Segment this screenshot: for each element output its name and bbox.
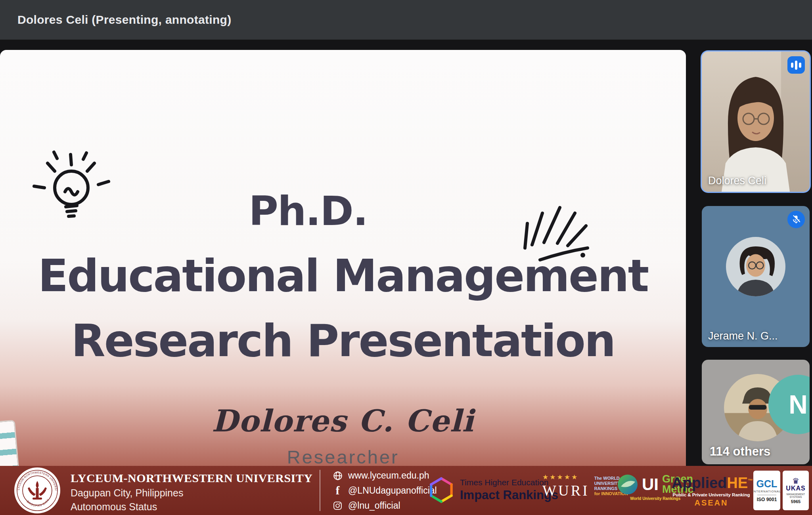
slide-title-line3: Research Presentation (0, 319, 686, 363)
gcl-cert: ISO 9001 (757, 497, 777, 502)
contact-links: www.lyceum.edu.ph f @LNUdagupanofficial … (332, 470, 437, 511)
greenmetric-globe-icon (617, 474, 638, 495)
wuri-logo: ★★★★★ WURI The WORLD UNIVERSITY RANKINGS… (542, 473, 628, 499)
university-info: LYCEUM-NORTHWESTERN UNIVERSITY Dagupan C… (71, 471, 312, 513)
gcl-name: GCL (756, 479, 778, 489)
presenter-role: Researcher (0, 446, 686, 468)
website-row: www.lyceum.edu.ph (332, 470, 437, 481)
ukas-name: UKAS (786, 485, 805, 492)
facebook-icon: f (332, 485, 343, 496)
others-count-label: 114 others (710, 444, 770, 459)
participant-name-label: Dolores Celi (708, 175, 766, 187)
presenting-banner: Dolores Celi (Presenting, annotating) (0, 0, 812, 40)
shared-slide: Ph.D. Educational Management Research Pr… (0, 50, 686, 515)
slide-title-line2: Educational Management (0, 254, 686, 298)
facebook-handle: @LNUdagupanofficial (348, 485, 437, 496)
instagram-row: @lnu_official (332, 500, 437, 511)
wuri-name: WURI (542, 482, 590, 499)
slide-footer: LYCEUM-NORTHWESTERN UNIVERSITY DAGUPAN C… (0, 466, 812, 515)
muted-mic-icon (787, 211, 805, 228)
participant-avatar (726, 237, 785, 296)
website-link: www.lyceum.edu.ph (348, 470, 429, 481)
the-impact-rankings-logo: Times Higher Education Impact Rankings (429, 476, 558, 504)
presenting-banner-label: Dolores Celi (Presenting, annotating) (17, 13, 231, 27)
footer-divider (320, 470, 320, 511)
ukas-badge: ♛ UKAS MANAGEMENT SYSTEMS 5965 (783, 471, 809, 510)
presenter-name: Dolores C. Celi (0, 403, 686, 439)
appliedhe-applied: Applied (672, 475, 727, 491)
speaking-indicator-icon (787, 56, 805, 74)
participant-tile-jerame[interactable]: Jerame N. G... (702, 206, 810, 347)
greenmetric-ui: UI (642, 475, 659, 494)
participant-name-label: Jerame N. G... (708, 330, 778, 342)
gcl-iso-badge: GCL INTERNATIONAL ISO 9001 (753, 471, 780, 510)
appliedhe-logo: AppliedHE™ Public & Private University R… (672, 475, 751, 507)
appliedhe-region: ASEAN (672, 498, 751, 507)
gcl-sub: INTERNATIONAL (753, 490, 781, 493)
slide-title-line1: Ph.D. (0, 191, 651, 231)
ukas-sub: MANAGEMENT SYSTEMS (784, 493, 807, 498)
ukas-number: 5965 (791, 499, 801, 504)
facebook-row: f @LNUdagupanofficial (332, 485, 437, 496)
university-status: Autonomous Status (71, 501, 312, 513)
wuri-stars: ★★★★★ (542, 473, 590, 481)
the-hexagon-icon (429, 476, 454, 504)
participant-tile-others[interactable]: N 114 others (702, 360, 810, 464)
university-name: LYCEUM-NORTHWESTERN UNIVERSITY (71, 471, 312, 485)
appliedhe-sub: Public & Private University Ranking (672, 492, 751, 497)
participant-tile-dolores[interactable]: Dolores Celi (702, 52, 810, 192)
globe-icon (332, 470, 343, 481)
instagram-icon (332, 500, 343, 511)
university-seal: LYCEUM-NORTHWESTERN UNIVERSITY DAGUPAN C… (13, 467, 61, 514)
appliedhe-he: HE (727, 475, 748, 491)
ukas-crown-icon: ♛ (792, 477, 799, 485)
university-location: Dagupan City, Philippines (71, 487, 312, 499)
instagram-handle: @lnu_official (348, 500, 400, 511)
